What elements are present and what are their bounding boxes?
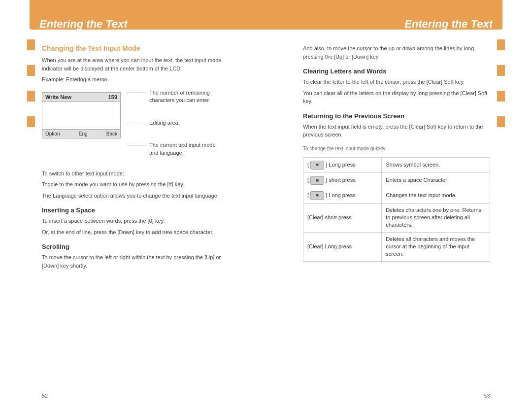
- phone-header-left: Write New: [45, 94, 71, 100]
- clearing-text1: To clear the letter to the left of the c…: [303, 78, 490, 86]
- key-cell-4: [Clear] short press: [303, 203, 382, 232]
- right-side-marker-4: [497, 116, 505, 127]
- table-row-4: [Clear] short press Deletes characters o…: [303, 203, 490, 232]
- bracket-close-3: ] Long press: [326, 192, 356, 198]
- right-side-marker-3: [497, 91, 505, 102]
- arrow-1: [127, 93, 146, 93]
- intro-text: When you are at the area where you can i…: [42, 56, 229, 72]
- phone-ui-body: [42, 102, 120, 129]
- desc-cell-5: Deletes all characters and moves the cur…: [382, 232, 490, 261]
- phone-ui-header: Write New 159: [42, 93, 120, 102]
- inserting-title: Inserting a Space: [42, 206, 229, 214]
- right-header-title: Entering the Text: [404, 18, 493, 31]
- table-row-2: [ ■ ] short press Enters a space Charact…: [303, 172, 490, 188]
- clearing-text2: You can clear all of the letters on the …: [303, 89, 490, 105]
- annotations: The number of remainingcharacters you ca…: [127, 87, 216, 163]
- table-row-3: [ ■ ] Long press Changes the text input …: [303, 188, 490, 203]
- key-cell-2: [ ■ ] short press: [303, 172, 382, 188]
- phone-mockup-area: Write New 159 Option Eng Back The number…: [42, 87, 229, 163]
- inserting-text2: Or, at the end of line, press the [Down]…: [42, 228, 229, 237]
- side-marker-2: [27, 65, 35, 76]
- left-header: Entering the Text: [0, 0, 266, 34]
- clear-long-label: [Clear] Long press: [307, 243, 352, 249]
- left-content: Changing the Text Input Mode When you ar…: [0, 44, 266, 282]
- inserting-text1: To insert a space between words, press t…: [42, 217, 229, 225]
- phone-footer-left: Option: [45, 131, 60, 137]
- side-marker-4: [27, 116, 35, 127]
- right-side-marker-1: [497, 39, 505, 50]
- clearing-title: Clearing Letters and Words: [303, 68, 490, 75]
- right-page: Entering the Text And also, to move the …: [266, 0, 532, 411]
- left-page: Entering the Text Changing the Text Inpu…: [0, 0, 266, 411]
- annotation-3: The current text input modeand language.: [127, 141, 216, 157]
- example-label: Example: Entering a memo.: [42, 76, 229, 82]
- right-side-marker-2: [497, 65, 505, 76]
- annotation-2: Editing area: [127, 119, 216, 127]
- table-caption: To change the text input mode quickly: [303, 146, 490, 151]
- bracket-open-3: [: [307, 192, 309, 198]
- key-cell-1: [ ■ ] Long press: [303, 157, 382, 172]
- right-header: Entering the Text: [266, 0, 532, 34]
- key-btn-hash: ■: [310, 161, 324, 170]
- arrow-2: [127, 123, 146, 123]
- scrolling-text: To move the cursor to the left or right …: [42, 253, 229, 270]
- phone-ui: Write New 159 Option Eng Back: [42, 92, 121, 138]
- clear-short-label: [Clear] short press: [307, 214, 352, 220]
- toggle-text: Toggle to the mode you want to use by pr…: [42, 180, 229, 189]
- desc-cell-1: Shows symbol screen.: [382, 157, 490, 172]
- key-table: [ ■ ] Long press Shows symbol screen. [: [303, 157, 490, 262]
- left-header-title: Entering the Text: [39, 18, 128, 31]
- phone-footer-right: Back: [106, 131, 117, 137]
- bracket-close-2: ] short press: [326, 177, 356, 183]
- bracket-open-2: [: [307, 177, 309, 183]
- side-marker-1: [27, 39, 35, 50]
- desc-cell-4: Deletes characters one by one. Returns t…: [382, 203, 490, 232]
- phone-footer-mid: Eng: [79, 131, 88, 137]
- table-row-1: [ ■ ] Long press Shows symbol screen.: [303, 157, 490, 172]
- side-marker-3: [27, 91, 35, 102]
- arrow-3: [127, 145, 146, 145]
- scrolling-title: Scrolling: [42, 243, 229, 250]
- right-content: And also, to move the cursor to the up o…: [266, 44, 532, 272]
- right-page-number: 53: [484, 393, 490, 399]
- key-cell-5: [Clear] Long press: [303, 232, 382, 261]
- annotation-text-2: Editing area: [149, 119, 178, 127]
- bracket-open-1: [: [307, 161, 309, 167]
- phone-header-right: 159: [108, 94, 117, 100]
- annotation-text-3: The current text input modeand language.: [149, 141, 216, 157]
- move-cursor-text: And also, to move the cursor to the up o…: [303, 44, 490, 61]
- returning-title: Returning to the Previous Screen: [303, 112, 490, 120]
- annotation-text-1: The number of remainingcharacters you ca…: [149, 89, 210, 104]
- desc-cell-3: Changes the text input mode: [382, 188, 490, 203]
- language-text: The Language select option allows you to…: [42, 192, 229, 200]
- key-btn-0: ■: [310, 176, 324, 185]
- left-page-number: 52: [42, 393, 48, 399]
- phone-ui-footer: Option Eng Back: [42, 129, 120, 138]
- section-title: Changing the Text Input Mode: [42, 44, 229, 52]
- table-row-5: [Clear] Long press Deletes all character…: [303, 232, 490, 261]
- switch-text: To switch to other text input mode:: [42, 170, 229, 178]
- key-btn-hash2: ■: [310, 191, 324, 200]
- annotation-1: The number of remainingcharacters you ca…: [127, 89, 216, 104]
- bracket-close-1: ] Long press: [326, 161, 356, 167]
- left-side-markers: [27, 39, 35, 127]
- right-side-markers: [497, 39, 505, 127]
- returning-text: When the text input field is empty, pres…: [303, 123, 490, 139]
- desc-cell-2: Enters a space Character: [382, 172, 490, 188]
- key-cell-3: [ ■ ] Long press: [303, 188, 382, 203]
